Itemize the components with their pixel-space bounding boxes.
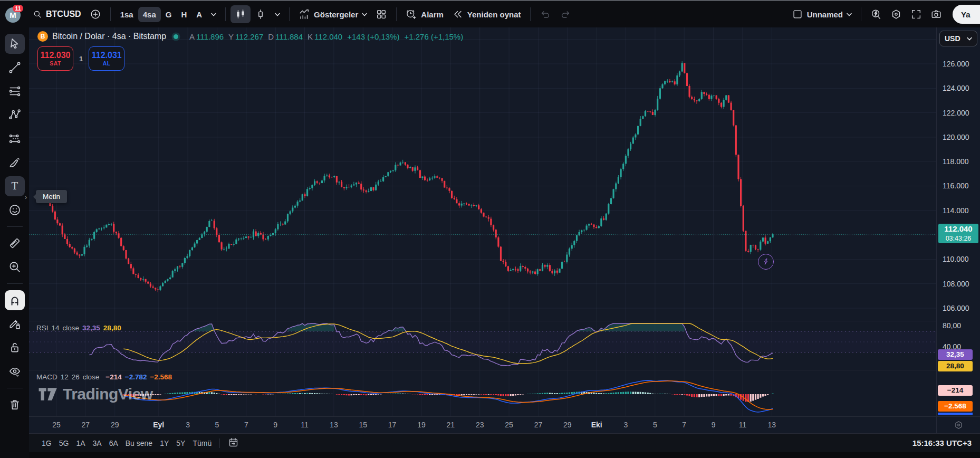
symbol-search-button[interactable]: BTCUSD bbox=[28, 6, 85, 22]
interval-1sa-button[interactable]: 1sa bbox=[116, 7, 138, 22]
rsi-ma-value-badge: 28,80 bbox=[938, 361, 973, 371]
time-axis[interactable]: 252729Eyl357911131517192123252729Eki3579… bbox=[29, 416, 936, 433]
indicators-button[interactable]: Göstergeler bbox=[294, 5, 371, 23]
rsi-chart[interactable] bbox=[29, 321, 936, 370]
time-axis-label: 13 bbox=[330, 421, 338, 429]
clock[interactable]: 15:16:33 UTC+3 bbox=[912, 438, 972, 447]
layout-name-label: Unnamed bbox=[807, 10, 843, 19]
rsi-pane[interactable]: RSI 14 close 32,35 28,80 bbox=[29, 321, 936, 370]
text-tool[interactable]: T bbox=[5, 176, 25, 196]
trade-buttons: 112.030 SAT 1 112.031 AL bbox=[37, 46, 124, 71]
interval-a-button[interactable]: A bbox=[191, 7, 207, 22]
zoom-in-tool[interactable] bbox=[5, 257, 25, 277]
pair-title[interactable]: Bitcoin / Dolar · 4sa · Bitstamp bbox=[52, 32, 166, 41]
settings-button[interactable] bbox=[886, 5, 906, 23]
alarm-button[interactable]: Alarm bbox=[401, 5, 448, 23]
xabcd-pattern-tool[interactable] bbox=[5, 105, 25, 125]
fullscreen-button[interactable] bbox=[906, 5, 926, 23]
interval-menu-button[interactable] bbox=[207, 9, 220, 20]
interval-g-button[interactable]: G bbox=[161, 7, 177, 22]
range-all-button[interactable]: Tümü bbox=[189, 437, 215, 450]
rsi-value: 32,35 bbox=[82, 324, 100, 332]
time-axis-label: 7 bbox=[682, 421, 686, 429]
brush-tool[interactable] bbox=[5, 152, 25, 173]
notification-badge: 11 bbox=[13, 5, 23, 12]
toolbar-separator bbox=[396, 7, 397, 21]
fib-retracement-tool[interactable] bbox=[5, 81, 25, 101]
drawing-mode-lock-tool[interactable] bbox=[5, 314, 25, 334]
range-1a-button[interactable]: 1A bbox=[72, 437, 89, 450]
range-1g-button[interactable]: 1G bbox=[38, 437, 55, 450]
toolbar-separator bbox=[7, 226, 23, 227]
range-1y-button[interactable]: 1Y bbox=[156, 437, 172, 450]
currency-toggle-button[interactable]: USD bbox=[939, 31, 977, 46]
chart-style-menu-button[interactable] bbox=[271, 9, 284, 20]
user-menu-button[interactable]: M 11 bbox=[5, 6, 23, 23]
trend-line-tool[interactable] bbox=[5, 58, 25, 78]
redo-button[interactable] bbox=[555, 5, 575, 23]
chart-style-candles-button[interactable] bbox=[230, 5, 251, 23]
macd-pane[interactable]: MACD 12 26 close −214 −2.782 −2.568 Trad… bbox=[29, 370, 936, 416]
sell-price: 112.030 bbox=[41, 51, 71, 60]
candlestick-chart[interactable] bbox=[29, 27, 936, 321]
range-3a-button[interactable]: 3A bbox=[89, 437, 105, 450]
low-label: D bbox=[268, 32, 274, 41]
magnet-tool[interactable] bbox=[5, 290, 25, 310]
replay-button[interactable]: Yeniden oynat bbox=[448, 5, 525, 23]
time-axis-label: 7 bbox=[244, 421, 248, 429]
layout-grid-button[interactable] bbox=[371, 5, 391, 23]
chart-style-hollow-button[interactable] bbox=[251, 5, 271, 23]
price-axis-label: 122.000 bbox=[943, 108, 969, 118]
go-to-date-button[interactable] bbox=[224, 435, 243, 452]
main-price-pane[interactable]: B Bitcoin / Dolar · 4sa · Bitstamp A111.… bbox=[29, 27, 936, 321]
measure-tool[interactable] bbox=[5, 233, 25, 253]
screenshot-button[interactable] bbox=[926, 5, 946, 23]
macd-line-badge bbox=[938, 413, 973, 415]
bottom-toolbar: 1G 5G 1A 3A 6A Bu sene 1Y 5Y Tümü 15:16:… bbox=[29, 433, 980, 452]
range-6a-button[interactable]: 6A bbox=[105, 437, 122, 450]
candles-icon bbox=[235, 8, 246, 20]
time-axis-label: 29 bbox=[111, 421, 119, 429]
hide-all-tool[interactable] bbox=[5, 361, 25, 381]
chevron-down-icon bbox=[362, 13, 367, 16]
macd-hist-badge: −214 bbox=[938, 385, 973, 396]
publish-button[interactable]: Ya bbox=[953, 5, 980, 24]
range-5g-button[interactable]: 5G bbox=[55, 437, 73, 450]
price-axis[interactable]: USD 126.000124.000122.000120.000118.0001… bbox=[936, 27, 980, 416]
undo-icon bbox=[540, 8, 551, 20]
interval-4sa-button[interactable]: 4sa bbox=[138, 7, 161, 22]
axis-settings-corner[interactable] bbox=[936, 416, 980, 433]
compare-add-button[interactable] bbox=[85, 5, 105, 23]
instant-trading-button[interactable] bbox=[758, 254, 774, 270]
sell-button[interactable]: 112.030 SAT bbox=[37, 46, 73, 71]
calendar-arrow-icon bbox=[228, 437, 239, 448]
quick-search-button[interactable] bbox=[866, 5, 886, 23]
rsi-source: close bbox=[63, 324, 80, 332]
emoji-tool[interactable] bbox=[5, 200, 25, 220]
time-axis-label: 25 bbox=[52, 421, 61, 429]
projection-tool[interactable] bbox=[5, 129, 25, 149]
buy-button[interactable]: 112.031 AL bbox=[89, 46, 124, 71]
layout-name-button[interactable]: Unnamed bbox=[787, 5, 856, 23]
replay-icon bbox=[452, 8, 464, 20]
tradingview-app: M 11 BTCUSD 1sa 4sa G H A bbox=[0, 0, 980, 458]
toolbar-right-group: Unnamed Ya bbox=[787, 5, 980, 24]
spread-value: 1 bbox=[79, 55, 83, 63]
time-axis-label: 19 bbox=[417, 421, 426, 429]
close-value: 112.040 bbox=[314, 32, 342, 41]
chart-legend: B Bitcoin / Dolar · 4sa · Bitstamp A111.… bbox=[37, 31, 463, 42]
undo-button[interactable] bbox=[535, 5, 555, 23]
bar-countdown: 03:43:26 bbox=[938, 234, 978, 243]
interval-h-button[interactable]: H bbox=[176, 7, 191, 22]
lightning-icon bbox=[762, 257, 770, 266]
range-ytd-button[interactable]: Bu sene bbox=[122, 437, 156, 450]
magnet-icon bbox=[8, 293, 22, 307]
currency-label: USD bbox=[945, 34, 960, 43]
delete-tool[interactable] bbox=[5, 395, 25, 415]
range-5y-button[interactable]: 5Y bbox=[172, 437, 189, 450]
macd-legend[interactable]: MACD 12 26 close −214 −2.782 −2.568 bbox=[36, 373, 172, 381]
rsi-legend[interactable]: RSI 14 close 32,35 28,80 bbox=[36, 324, 121, 332]
lock-all-tool[interactable] bbox=[5, 338, 25, 358]
toolbar-expand-handle[interactable]: › bbox=[25, 193, 27, 201]
cursor-tool[interactable] bbox=[5, 34, 25, 54]
